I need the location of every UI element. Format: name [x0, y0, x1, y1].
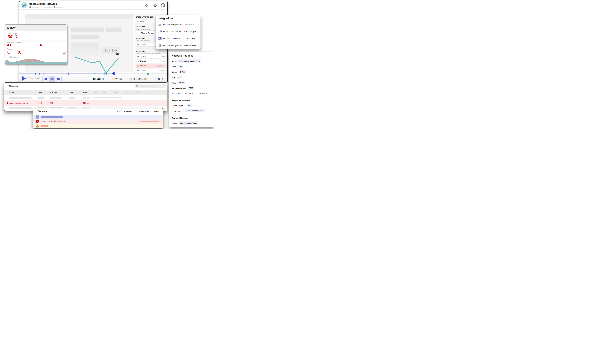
- console-tab-all[interactable]: ALL: [116, 110, 120, 112]
- integration-row[interactable]: Permission denied to access pro...: [156, 28, 200, 35]
- skeleton-bar: [44, 7, 52, 8]
- timeline-played: [19, 73, 114, 74]
- timeline-scrubber[interactable]: [19, 73, 167, 74]
- field-status-value: 422: [179, 70, 186, 73]
- tab-console[interactable]: CONSOLE: [93, 78, 104, 80]
- nr-tab-headers[interactable]: HEADERS: [172, 93, 181, 95]
- network-error-dot: [40, 44, 42, 46]
- integration-row[interactable]: UnhandledRejection: Non-Error...: [156, 21, 200, 28]
- bugsnag-icon: [158, 30, 162, 33]
- content-type-label: content-type: [172, 110, 181, 112]
- console-tab-info[interactable]: INFO: [154, 110, 159, 112]
- divider: [74, 75, 74, 82]
- event-label[interactable]: Visited: [139, 50, 145, 53]
- skeleton-bar: [41, 125, 48, 127]
- player-bar: 0:00 / 0:00 10s CONSOLE NETWORK PERFORMA…: [19, 72, 167, 83]
- console-tab-warnings[interactable]: WARNINGS: [139, 110, 149, 112]
- network-request-panel: Network Request Name api.ecom.xyz/search…: [169, 52, 214, 127]
- event-card-clicked[interactable]: Clicked Color: [136, 59, 166, 63]
- timeline-event-tick[interactable]: [44, 73, 44, 75]
- skip-forward-button[interactable]: [55, 76, 61, 82]
- integration-row[interactable]: Unhandledrejection handler rece..: [156, 42, 200, 49]
- divider: [5, 40, 67, 41]
- timeline-page-marker[interactable]: [39, 73, 40, 75]
- console-row-warning[interactable]: [33, 124, 163, 128]
- github-icon[interactable]: [161, 3, 165, 8]
- tab-network[interactable]: NETWORK: [111, 78, 123, 80]
- xray-performance-label: Performance: [7, 56, 19, 58]
- jira-icon[interactable]: [153, 3, 157, 8]
- timeline-page-marker[interactable]: [105, 73, 107, 75]
- divider: [172, 115, 211, 115]
- elastic-icon: [158, 44, 162, 47]
- skeleton-bar: [71, 35, 99, 39]
- tick-20ms: 20ms: [113, 91, 118, 93]
- tick-50ms: 50ms: [148, 91, 152, 93]
- divider: [5, 55, 67, 55]
- search-icon: [136, 85, 138, 87]
- event-target: Size: [162, 55, 165, 57]
- replayed-page-header: [25, 14, 134, 19]
- console-title: Console: [38, 110, 47, 113]
- tab-active-underline: [172, 96, 181, 96]
- accept-value: application/json: [179, 121, 198, 124]
- avatar: [21, 2, 27, 8]
- skeleton-bar: [56, 7, 63, 8]
- timeline-quote-marker[interactable]: [94, 73, 96, 75]
- timeline-event-tick[interactable]: [104, 73, 105, 75]
- timeline-event-tick[interactable]: [35, 73, 36, 75]
- visited-icon: [136, 51, 138, 53]
- network-panel: Network NAME TYPE STATUS SIZE TIME 0ms 1…: [4, 82, 167, 111]
- tab-redux[interactable]: REDUX: [155, 78, 163, 80]
- error-icon: !: [36, 120, 39, 123]
- skip-back-button[interactable]: [43, 76, 48, 82]
- col-time[interactable]: TIME: [83, 91, 87, 93]
- skip-interval[interactable]: 10s: [48, 76, 55, 82]
- integration-row[interactable]: Request failed with status 500: [156, 35, 200, 42]
- event-card-clicked[interactable]: Clicked Size: [136, 55, 166, 58]
- sentry-icon: [158, 23, 162, 26]
- col-size[interactable]: SIZE: [69, 91, 73, 93]
- console-tab-errors[interactable]: ERRORS: [124, 110, 132, 112]
- network-row-skeleton[interactable]: [4, 95, 167, 100]
- field-type-value: XHR: [177, 65, 183, 68]
- timeline-page-marker[interactable]: [147, 73, 149, 75]
- xray-title: X-RAY: [7, 26, 16, 29]
- rage-face-icon: [10, 35, 13, 39]
- col-status[interactable]: STATUS: [50, 91, 57, 93]
- player-time: 0:00 / 0:00: [28, 77, 40, 80]
- session-header: rebecca@openreplay.com: [19, 1, 167, 10]
- event-label[interactable]: Visited: [139, 26, 145, 28]
- event-target: Quantity +: [157, 65, 165, 67]
- network-search[interactable]: [135, 84, 166, 88]
- event-label[interactable]: Visited: [139, 37, 145, 40]
- console-row-error[interactable]: ! ecom.xyz/a213qh.js:123987: [33, 119, 163, 124]
- location-pin-icon: [54, 6, 56, 9]
- console-row-info[interactable]: i: [33, 115, 163, 119]
- event-label: 3 Clicks: [140, 65, 146, 67]
- skeleton-bar: [9, 97, 32, 99]
- visited-icon: [136, 26, 138, 28]
- field-method-value: POST: [188, 87, 194, 90]
- error-dot: [7, 102, 9, 104]
- clicked-icon: [137, 44, 139, 45]
- col-name[interactable]: NAME: [9, 91, 14, 93]
- play-button[interactable]: [21, 76, 26, 81]
- integrations-panel: Integrations UnhandledRejection: Non-Err…: [156, 15, 200, 49]
- console-panel: Console ALL ERRORS WARNINGS INFO i ! eco…: [33, 108, 163, 128]
- nr-tab-response[interactable]: RESPONSE: [199, 93, 210, 95]
- field-time-label: Time: [172, 82, 176, 84]
- field-type-label: Type: [172, 66, 176, 68]
- integration-error-primary: UnhandledRejection:: [163, 23, 184, 25]
- field-size-value: --: [177, 76, 182, 79]
- col-type[interactable]: TYPE: [38, 91, 42, 93]
- network-row-error[interactable]: api.ecom.xyz/search XHR 422 -- 119 ms: [4, 100, 167, 106]
- slack-icon[interactable]: [145, 3, 148, 7]
- timeline-event-tick[interactable]: [68, 73, 69, 75]
- playhead[interactable]: [112, 72, 116, 75]
- stage: rebecca@openreplay.com: [0, 0, 214, 129]
- tick-0ms: 0ms: [94, 91, 98, 93]
- tab-performance[interactable]: PERFORMANCE: [129, 78, 148, 80]
- nr-tab-request[interactable]: REQUEST: [185, 93, 195, 95]
- event-card-rage-clicks[interactable]: 3 Clicks Quantity +: [136, 64, 166, 68]
